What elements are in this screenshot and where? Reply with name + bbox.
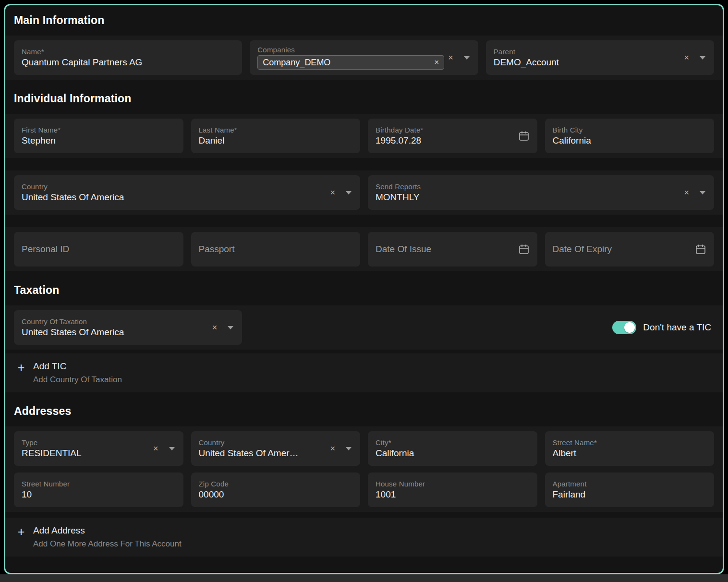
date-of-expiry-field[interactable]: Date Of Expiry bbox=[545, 232, 715, 267]
date-of-expiry-placeholder: Date Of Expiry bbox=[553, 244, 695, 255]
parent-label: Parent bbox=[494, 48, 680, 56]
birthday-date-label: Birthday Date* bbox=[376, 126, 514, 134]
country-of-taxation-clear-icon[interactable]: × bbox=[212, 323, 218, 332]
street-name-label: Street Name* bbox=[553, 438, 703, 447]
first-name-label: First Name* bbox=[22, 126, 172, 134]
add-address-label: Add Address bbox=[33, 525, 182, 536]
country-label: Country bbox=[22, 182, 326, 191]
street-number-label: Street Number bbox=[22, 480, 172, 488]
company-chip-label: Company_DEMO bbox=[263, 58, 330, 68]
companies-label: Companies bbox=[257, 46, 444, 54]
house-number-field[interactable]: House Number 1001 bbox=[368, 473, 537, 507]
section-title-addresses: Addresses bbox=[14, 405, 714, 418]
last-name-label: Last Name* bbox=[199, 126, 349, 134]
parent-field[interactable]: Parent DEMO_Account × bbox=[486, 40, 714, 75]
birthday-calendar-icon[interactable] bbox=[518, 130, 530, 142]
address-country-value: United States Of Amer… bbox=[199, 448, 327, 459]
birth-city-label: Birth City bbox=[553, 126, 703, 134]
individual-country-row: Country United States Of America × Send … bbox=[5, 170, 723, 215]
name-field[interactable]: Name* Quantum Capital Partners AG bbox=[14, 40, 242, 75]
birth-city-value: California bbox=[553, 135, 703, 146]
individual-names-row: First Name* Stephen Last Name* Daniel Bi… bbox=[5, 114, 723, 158]
add-address-plus-icon: + bbox=[17, 526, 25, 538]
parent-chevron-down-icon[interactable] bbox=[700, 56, 705, 60]
apartment-field[interactable]: Apartment Fairland bbox=[545, 473, 715, 507]
last-name-field[interactable]: Last Name* Daniel bbox=[191, 119, 361, 153]
address-city-label: City* bbox=[376, 438, 526, 447]
dont-have-tic-label: Don't have a TIC bbox=[643, 322, 711, 333]
add-address-button[interactable]: + Add Address Add One More Address For T… bbox=[14, 524, 184, 550]
name-label: Name* bbox=[22, 48, 231, 56]
street-number-field[interactable]: Street Number 10 bbox=[14, 473, 183, 507]
country-chevron-down-icon[interactable] bbox=[346, 191, 352, 194]
apartment-label: Apartment bbox=[553, 480, 703, 488]
birth-city-field[interactable]: Birth City California bbox=[545, 119, 715, 153]
send-reports-clear-icon[interactable]: × bbox=[684, 188, 689, 197]
country-of-taxation-chevron-down-icon[interactable] bbox=[228, 326, 233, 329]
address-type-chevron-down-icon[interactable] bbox=[169, 447, 175, 450]
toggle-knob bbox=[624, 322, 635, 333]
date-of-issue-field[interactable]: Date Of Issue bbox=[368, 232, 537, 267]
parent-value: DEMO_Account bbox=[494, 57, 680, 68]
country-of-taxation-field[interactable]: Country Of Taxation United States Of Ame… bbox=[14, 310, 242, 345]
house-number-label: House Number bbox=[376, 480, 526, 488]
street-name-field[interactable]: Street Name* Albert bbox=[545, 431, 715, 466]
last-name-value: Daniel bbox=[199, 135, 349, 146]
country-field[interactable]: Country United States Of America × bbox=[14, 175, 360, 210]
date-of-expiry-calendar-icon[interactable] bbox=[695, 243, 706, 255]
address-city-field[interactable]: City* California bbox=[368, 431, 537, 466]
zip-code-field[interactable]: Zip Code 00000 bbox=[191, 473, 361, 507]
company-chip[interactable]: Company_DEMO × bbox=[257, 55, 444, 70]
add-tic-button[interactable]: + Add TIC Add Country Of Taxation bbox=[14, 360, 125, 386]
passport-placeholder: Passport bbox=[199, 244, 353, 255]
address-type-field[interactable]: Type RESIDENTIAL × bbox=[14, 431, 183, 466]
country-clear-icon[interactable]: × bbox=[330, 188, 335, 197]
send-reports-chevron-down-icon[interactable] bbox=[700, 191, 705, 194]
country-value: United States Of America bbox=[22, 192, 326, 203]
address-type-label: Type bbox=[22, 438, 149, 447]
zip-code-label: Zip Code bbox=[199, 480, 349, 488]
personal-id-placeholder: Personal ID bbox=[22, 244, 176, 255]
add-tic-row: + Add TIC Add Country Of Taxation bbox=[5, 353, 723, 392]
passport-field[interactable]: Passport bbox=[191, 232, 361, 267]
individual-documents-row: Personal ID Passport Date Of Issue Date … bbox=[5, 227, 723, 271]
send-reports-label: Send Reports bbox=[376, 182, 680, 191]
name-value: Quantum Capital Partners AG bbox=[22, 57, 231, 68]
companies-chevron-down-icon[interactable] bbox=[464, 56, 470, 60]
address-country-label: Country bbox=[199, 438, 327, 447]
apartment-value: Fairland bbox=[553, 489, 703, 500]
companies-field[interactable]: Companies Company_DEMO × × bbox=[250, 40, 478, 75]
first-name-value: Stephen bbox=[22, 135, 172, 146]
section-title-main-information: Main Information bbox=[14, 14, 714, 27]
main-information-row: Name* Quantum Capital Partners AG Compan… bbox=[5, 36, 723, 80]
add-tic-label: Add TIC bbox=[33, 361, 122, 372]
personal-id-field[interactable]: Personal ID bbox=[14, 232, 183, 267]
address-city-value: California bbox=[376, 448, 526, 459]
country-of-taxation-label: Country Of Taxation bbox=[22, 317, 208, 326]
section-title-taxation: Taxation bbox=[14, 284, 714, 297]
address-type-clear-icon[interactable]: × bbox=[153, 444, 158, 453]
parent-clear-icon[interactable]: × bbox=[684, 53, 689, 62]
birthday-date-field[interactable]: Birthday Date* 1995.07.28 bbox=[368, 119, 537, 153]
taxation-row: Country Of Taxation United States Of Ame… bbox=[5, 305, 723, 350]
dont-have-tic-toggle[interactable] bbox=[612, 321, 636, 334]
address-type-value: RESIDENTIAL bbox=[22, 448, 149, 459]
add-address-sublabel: Add One More Address For This Account bbox=[33, 539, 182, 549]
zip-code-value: 00000 bbox=[199, 489, 349, 500]
add-tic-plus-icon: + bbox=[17, 362, 25, 374]
birthday-date-value: 1995.07.28 bbox=[376, 135, 514, 146]
send-reports-value: MONTHLY bbox=[376, 192, 680, 203]
first-name-field[interactable]: First Name* Stephen bbox=[14, 119, 183, 153]
address-country-clear-icon[interactable]: × bbox=[330, 444, 335, 453]
companies-clear-icon[interactable]: × bbox=[448, 53, 453, 62]
section-title-individual-information: Individual Information bbox=[14, 92, 714, 105]
address-country-field[interactable]: Country United States Of Amer… × bbox=[191, 431, 361, 466]
address-country-chevron-down-icon[interactable] bbox=[346, 447, 352, 450]
add-address-row: + Add Address Add One More Address For T… bbox=[5, 518, 723, 557]
street-name-value: Albert bbox=[553, 448, 703, 459]
date-of-issue-calendar-icon[interactable] bbox=[518, 243, 530, 255]
chip-remove-icon[interactable]: × bbox=[434, 58, 439, 67]
country-of-taxation-value: United States Of America bbox=[22, 327, 208, 338]
street-number-value: 10 bbox=[22, 489, 172, 500]
send-reports-field[interactable]: Send Reports MONTHLY × bbox=[368, 175, 714, 210]
